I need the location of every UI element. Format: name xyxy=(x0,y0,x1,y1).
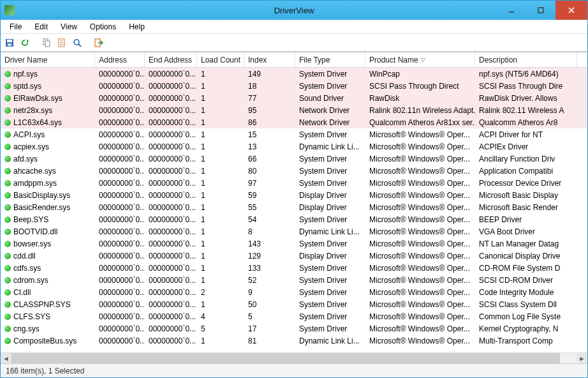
table-row[interactable]: acpiex.sys00000000`0...00000000`0...113D… xyxy=(1,140,587,153)
driver-bullet-icon xyxy=(4,156,11,162)
col-driver-name[interactable]: Driver Name xyxy=(1,52,95,67)
table-row[interactable]: cdd.dll00000000`0...00000000`0...1129Dis… xyxy=(1,250,587,262)
titlebar[interactable]: DriverView xyxy=(1,1,587,20)
driver-name-cell: BOOTVID.dll xyxy=(13,227,57,236)
description-cell: ACPIEx Driver xyxy=(475,142,577,151)
description-cell: SCSI CD-ROM Driver xyxy=(475,276,577,285)
table-row[interactable]: BOOTVID.dll00000000`0...00000000`0...18D… xyxy=(1,225,587,238)
address-cell: 00000000`0... xyxy=(95,300,145,309)
load-count-cell: 1 xyxy=(197,215,244,224)
minimize-button[interactable] xyxy=(497,1,526,20)
file-type-cell: System Driver xyxy=(295,324,365,333)
description-cell: NT Lan Manager Datag xyxy=(475,239,577,248)
find-icon[interactable] xyxy=(71,36,84,49)
address-cell: 00000000`0... xyxy=(95,106,145,115)
horizontal-scrollbar[interactable]: ◄ ► xyxy=(1,352,587,363)
table-row[interactable]: BasicDisplay.sys00000000`0...00000000`0.… xyxy=(1,189,587,201)
table-row[interactable]: CompositeBus.sys00000000`0...00000000`0.… xyxy=(1,335,587,347)
address-cell: 00000000`0... xyxy=(95,227,145,236)
end-address-cell: 00000000`0... xyxy=(145,239,197,248)
table-row[interactable]: CLFS.SYS00000000`0...00000000`0...45Syst… xyxy=(1,310,587,322)
table-row[interactable]: netr28x.sys00000000`0...00000000`0...195… xyxy=(1,104,587,116)
table-row[interactable]: ahcache.sys00000000`0...00000000`0...180… xyxy=(1,165,587,177)
refresh-icon[interactable] xyxy=(18,36,31,49)
maximize-button[interactable] xyxy=(526,1,555,20)
driver-bullet-icon xyxy=(4,289,11,296)
properties-icon[interactable] xyxy=(55,36,68,49)
menu-help[interactable]: Help xyxy=(122,21,151,33)
menu-edit[interactable]: Edit xyxy=(28,21,54,33)
table-row[interactable]: BasicRender.sys00000000`0...00000000`0..… xyxy=(1,201,587,213)
end-address-cell: 00000000`0... xyxy=(145,191,197,200)
end-address-cell: 00000000`0... xyxy=(145,276,197,285)
table-row[interactable]: amdppm.sys00000000`0...00000000`0...197S… xyxy=(1,177,587,189)
close-button[interactable] xyxy=(555,1,587,20)
file-type-cell: System Driver xyxy=(295,215,365,224)
col-file-type[interactable]: File Type xyxy=(295,52,365,67)
index-cell: 129 xyxy=(244,252,295,261)
load-count-cell: 1 xyxy=(197,130,244,139)
file-type-cell: Network Driver xyxy=(295,106,365,115)
scroll-thumb[interactable] xyxy=(11,353,560,364)
address-cell: 00000000`0... xyxy=(95,94,145,103)
save-icon[interactable] xyxy=(3,36,16,49)
sort-indicator-icon: ▽ xyxy=(421,57,425,63)
description-cell: Microsoft Basic Display xyxy=(475,191,577,200)
load-count-cell: 1 xyxy=(197,300,244,309)
file-type-cell: System Driver xyxy=(295,130,365,139)
col-end-address[interactable]: End Address xyxy=(145,52,197,67)
exit-icon[interactable] xyxy=(92,36,105,49)
scroll-right-icon[interactable]: ► xyxy=(577,353,587,364)
driver-bullet-icon xyxy=(4,132,11,138)
table-row[interactable]: ElRawDsk.sys00000000`0...00000000`0...17… xyxy=(1,92,587,104)
table-row[interactable]: Beep.SYS00000000`0...00000000`0...154Sys… xyxy=(1,213,587,225)
product-name-cell: Microsoft® Windows® Oper... xyxy=(365,252,475,261)
load-count-cell: 1 xyxy=(197,239,244,248)
col-index[interactable]: Index xyxy=(244,52,295,67)
driver-name-cell: ACPI.sys xyxy=(13,130,45,139)
address-cell: 00000000`0... xyxy=(95,82,145,91)
index-cell: 59 xyxy=(244,191,295,200)
end-address-cell: 00000000`0... xyxy=(145,82,197,91)
table-row[interactable]: ACPI.sys00000000`0...00000000`0...115Sys… xyxy=(1,128,587,140)
table-row[interactable]: afd.sys00000000`0...00000000`0...166Syst… xyxy=(1,153,587,165)
menu-options[interactable]: Options xyxy=(84,21,122,33)
col-address[interactable]: Address xyxy=(95,52,145,67)
index-cell: 17 xyxy=(244,324,295,333)
description-cell: npf.sys (NT5/6 AMD64) xyxy=(475,70,577,79)
address-cell: 00000000`0... xyxy=(95,264,145,273)
table-row[interactable]: npf.sys00000000`0...00000000`0...1149Sys… xyxy=(1,68,587,80)
copy-icon[interactable] xyxy=(40,36,53,49)
table-row[interactable]: bowser.sys00000000`0...00000000`0...1143… xyxy=(1,238,587,250)
driver-name-cell: BasicRender.sys xyxy=(13,203,70,212)
table-row[interactable]: L1C63x64.sys00000000`0...00000000`0...18… xyxy=(1,116,587,128)
table-row[interactable]: cdrom.sys00000000`0...00000000`0...152Sy… xyxy=(1,274,587,286)
description-cell: Application Compatibi xyxy=(475,167,577,176)
end-address-cell: 00000000`0... xyxy=(145,215,197,224)
table-row[interactable]: CLASSPNP.SYS00000000`0...00000000`0...15… xyxy=(1,298,587,310)
address-cell: 00000000`0... xyxy=(95,130,145,139)
table-row[interactable]: cng.sys00000000`0...00000000`0...517Syst… xyxy=(1,322,587,335)
driver-bullet-icon xyxy=(4,314,11,320)
load-count-cell: 4 xyxy=(197,312,244,321)
table-row[interactable]: cdfs.sys00000000`0...00000000`0...1133Sy… xyxy=(1,262,587,274)
description-cell: Code Integrity Module xyxy=(475,288,577,297)
col-description[interactable]: Description xyxy=(475,52,577,67)
table-row[interactable]: CI.dll00000000`0...00000000`0...29System… xyxy=(1,286,587,298)
driver-bullet-icon xyxy=(4,71,11,77)
address-cell: 00000000`0... xyxy=(95,239,145,248)
col-load-count[interactable]: Load Count xyxy=(197,52,244,67)
driver-bullet-icon xyxy=(4,107,11,114)
table-row[interactable]: sptd.sys00000000`0...00000000`0...118Sys… xyxy=(1,80,587,92)
index-cell: 97 xyxy=(244,179,295,188)
driver-name-cell: cdd.dll xyxy=(13,252,36,261)
file-type-cell: Network Driver xyxy=(295,118,365,127)
product-name-cell: Microsoft® Windows® Oper... xyxy=(365,336,475,345)
end-address-cell: 00000000`0... xyxy=(145,203,197,212)
index-cell: 81 xyxy=(244,336,295,345)
scroll-left-icon[interactable]: ◄ xyxy=(1,353,11,364)
menu-file[interactable]: File xyxy=(3,21,28,33)
menu-view[interactable]: View xyxy=(54,21,84,33)
address-cell: 00000000`0... xyxy=(95,203,145,212)
col-product-name[interactable]: Product Name▽ xyxy=(365,52,475,67)
